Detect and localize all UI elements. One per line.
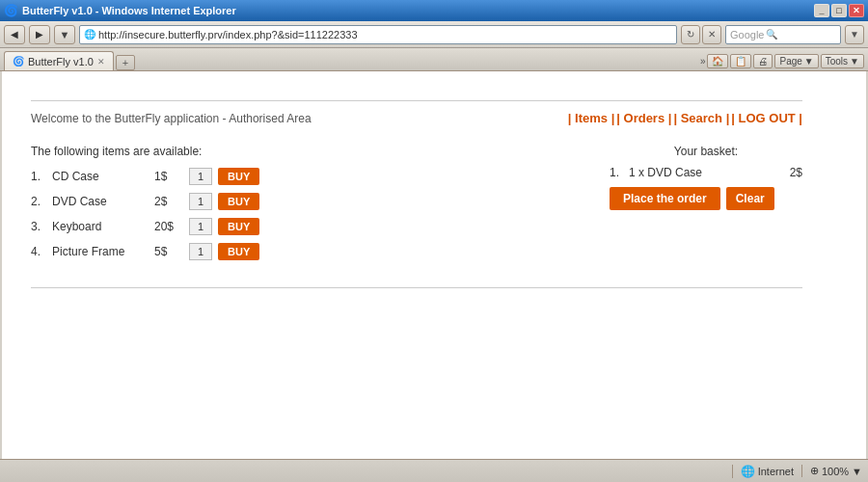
print-button[interactable]: 🖨 <box>753 54 773 68</box>
item-price: 5$ <box>154 245 183 258</box>
item-num: 1. <box>31 170 46 183</box>
home-button[interactable]: 🏠 <box>707 54 728 68</box>
item-name: DVD Case <box>52 195 149 208</box>
internet-label: Internet <box>758 466 794 477</box>
maximize-button[interactable]: □ <box>831 4 847 17</box>
page-label: Page <box>779 56 801 67</box>
status-bar-right: 🌐 Internet ⊕ 100% ▼ <box>732 465 862 478</box>
nav-links-right: | Items | | Orders | | Search | | LOG OU… <box>568 111 802 125</box>
item-qty[interactable]: 1 <box>189 243 212 260</box>
back-icon: ◀ <box>11 29 18 40</box>
item-qty[interactable]: 1 <box>189 168 212 185</box>
basket-title: Your basket: <box>610 145 802 158</box>
search-dropdown-button[interactable]: ▼ <box>845 25 864 44</box>
place-order-button[interactable]: Place the order <box>610 187 720 210</box>
nav-bar: ◀ ▶ ▼ 🌐 http://insecure.butterfly.prv/in… <box>0 21 868 48</box>
item-price: 1$ <box>154 170 183 183</box>
clear-button[interactable]: Clear <box>726 187 774 210</box>
buy-button[interactable]: BUY <box>218 218 259 235</box>
search-icon[interactable]: 🔍 <box>766 29 777 40</box>
refresh-button[interactable]: ↻ <box>681 25 700 44</box>
tools-button[interactable]: Tools ▼ <box>821 54 864 68</box>
welcome-text: Welcome to the ButterFly application - A… <box>31 112 312 125</box>
browser-icon: 🌀 <box>4 4 18 17</box>
table-row: 4. Picture Frame 5$ 1 BUY <box>31 243 571 260</box>
chevron-down-icon: ▼ <box>60 29 70 40</box>
items-link[interactable]: | Items | <box>568 111 614 125</box>
items-list: The following items are available: 1. CD… <box>31 145 571 268</box>
basket-item: 1. 1 x DVD Case 2$ <box>610 166 802 179</box>
tab-butterfly[interactable]: 🌀 ButterFly v1.0 ✕ <box>4 51 114 70</box>
window-controls: _ □ ✕ <box>814 4 864 17</box>
nav-links: Welcome to the ButterFly application - A… <box>31 111 802 125</box>
table-row: 1. CD Case 1$ 1 BUY <box>31 168 571 185</box>
page-button[interactable]: Page ▼ <box>774 54 818 68</box>
item-num: 3. <box>31 220 46 233</box>
item-name: Picture Frame <box>52 245 149 258</box>
zoom-label: 100% <box>822 466 849 477</box>
basket-buttons: Place the order Clear <box>610 187 802 210</box>
window-title: ButterFly v1.0 - Windows Internet Explor… <box>22 5 814 16</box>
orders-link[interactable]: | Orders | <box>616 111 671 125</box>
basket-item-price: 2$ <box>779 166 802 179</box>
tab-icon: 🌀 <box>13 56 24 67</box>
dropdown-button[interactable]: ▼ <box>54 25 75 44</box>
tools-label: Tools <box>826 56 848 67</box>
item-qty[interactable]: 1 <box>189 193 212 210</box>
logout-link[interactable]: | LOG OUT | <box>731 111 802 125</box>
top-divider <box>31 100 802 101</box>
tab-right-icons: » 🏠 📋 🖨 Page ▼ Tools ▼ <box>700 54 864 68</box>
search-box[interactable]: Google 🔍 <box>725 25 841 44</box>
globe-icon: 🌐 <box>741 465 755 478</box>
app-content: Welcome to the ButterFly application - A… <box>2 71 831 317</box>
status-bar: 🌐 Internet ⊕ 100% ▼ <box>0 459 868 482</box>
item-num: 4. <box>31 245 46 258</box>
buy-button[interactable]: BUY <box>218 243 259 260</box>
page-chevron-icon: ▼ <box>804 56 814 67</box>
bottom-divider <box>31 287 802 288</box>
minimize-button[interactable]: _ <box>814 4 829 17</box>
item-num: 2. <box>31 195 46 208</box>
table-row: 3. Keyboard 20$ 1 BUY <box>31 218 571 235</box>
forward-icon: ▶ <box>36 29 43 40</box>
basket-item-num: 1. <box>610 166 623 179</box>
items-container: 1. CD Case 1$ 1 BUY 2. DVD Case 2$ 1 BUY… <box>31 168 571 260</box>
back-button[interactable]: ◀ <box>4 25 25 44</box>
item-name: Keyboard <box>52 220 149 233</box>
nav-right-buttons: ↻ ✕ <box>681 25 721 44</box>
forward-button[interactable]: ▶ <box>29 25 50 44</box>
tab-close-button[interactable]: ✕ <box>97 57 105 67</box>
buy-button[interactable]: BUY <box>218 193 259 210</box>
address-bar[interactable]: 🌐 http://insecure.butterfly.prv/index.ph… <box>79 25 677 44</box>
title-bar: 🌀 ButterFly v1.0 - Windows Internet Expl… <box>0 0 868 21</box>
basket-section: Your basket: 1. 1 x DVD Case 2$ Place th… <box>610 145 802 268</box>
tools-chevron-icon: ▼ <box>850 56 859 67</box>
tab-bar: 🌀 ButterFly v1.0 ✕ + » 🏠 📋 🖨 Page ▼ Tool… <box>0 48 868 71</box>
new-tab-button[interactable]: + <box>116 55 135 70</box>
zoom-icon: ⊕ <box>810 465 819 477</box>
item-price: 2$ <box>154 195 183 208</box>
tab-label: ButterFly v1.0 <box>28 56 94 67</box>
table-row: 2. DVD Case 2$ 1 BUY <box>31 193 571 210</box>
item-qty[interactable]: 1 <box>189 218 212 235</box>
feeds-button[interactable]: 📋 <box>730 54 751 68</box>
status-internet: 🌐 Internet <box>732 465 794 478</box>
more-label: » <box>700 56 706 67</box>
close-button[interactable]: ✕ <box>849 4 864 17</box>
buy-button[interactable]: BUY <box>218 168 259 185</box>
basket-item-desc: 1 x DVD Case <box>629 166 773 179</box>
items-section: The following items are available: 1. CD… <box>31 145 802 268</box>
address-text: http://insecure.butterfly.prv/index.php?… <box>98 29 672 40</box>
stop-button[interactable]: ✕ <box>702 25 721 44</box>
status-zoom: ⊕ 100% ▼ <box>801 465 862 477</box>
search-placeholder: Google <box>730 29 764 40</box>
item-price: 20$ <box>154 220 183 233</box>
address-icon: 🌐 <box>84 29 95 40</box>
item-name: CD Case <box>52 170 149 183</box>
items-title: The following items are available: <box>31 145 571 158</box>
search-link[interactable]: | Search | <box>673 111 729 125</box>
basket-container: 1. 1 x DVD Case 2$ <box>610 166 802 179</box>
browser-content: Welcome to the ButterFly application - A… <box>2 71 866 459</box>
zoom-chevron-icon: ▼ <box>852 466 862 477</box>
